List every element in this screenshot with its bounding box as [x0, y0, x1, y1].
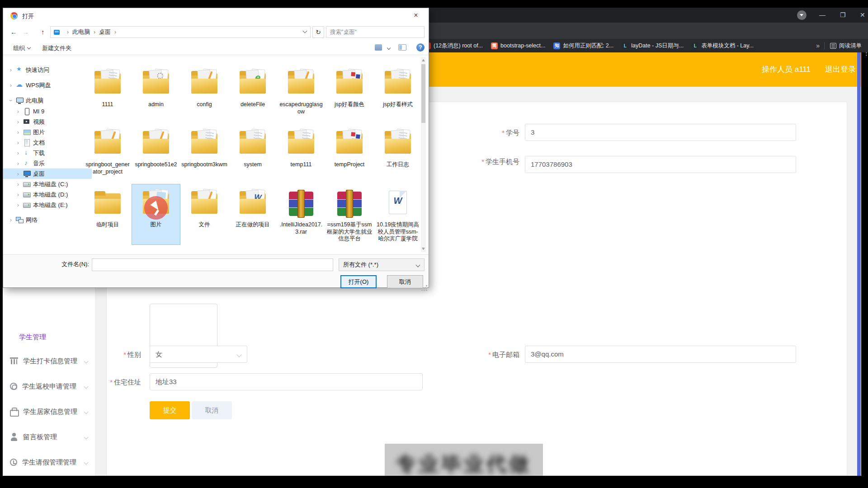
tree-node[interactable]: 视频: [3, 117, 92, 127]
sidebar-item[interactable]: 学生请假管理管理: [10, 455, 89, 470]
filename-input[interactable]: [92, 258, 333, 271]
new-folder-button[interactable]: 新建文件夹: [42, 44, 71, 52]
tree-node[interactable]: 本地磁盘 (C:): [3, 179, 92, 189]
reading-list-icon[interactable]: [830, 43, 836, 49]
refresh-button[interactable]: ↻: [312, 26, 324, 38]
tree-node-icon: [16, 97, 24, 104]
organize-menu[interactable]: 组织: [13, 44, 31, 52]
address-dropdown-icon[interactable]: [303, 29, 307, 33]
file-item[interactable]: admin: [132, 64, 180, 124]
open-button[interactable]: 打开(O): [340, 275, 377, 288]
up-icon[interactable]: ↑: [41, 28, 45, 36]
sidebar-item[interactable]: 学生居家信息管理: [10, 404, 89, 419]
chevron-icon[interactable]: [15, 129, 21, 136]
chevron-icon[interactable]: [15, 202, 21, 208]
chevron-icon[interactable]: [15, 181, 21, 188]
sidebar-item[interactable]: 学生打卡信息管理: [10, 353, 89, 369]
tree-node[interactable]: 文档: [3, 137, 92, 148]
chevron-icon[interactable]: [15, 160, 21, 167]
chevron-icon[interactable]: [15, 150, 21, 156]
file-item[interactable]: 文件: [180, 184, 228, 244]
minimize-button[interactable]: —: [819, 11, 826, 19]
sidebar-item[interactable]: 留言板管理: [10, 429, 89, 445]
chevron-icon[interactable]: [8, 66, 14, 73]
file-item[interactable]: jsp好看颜色: [326, 64, 373, 124]
tree-node[interactable]: 图片: [3, 127, 92, 137]
tree-node[interactable]: 本地磁盘 (D:): [3, 189, 92, 200]
breadcrumb-desktop[interactable]: 桌面: [99, 28, 111, 36]
file-item[interactable]: 1111: [84, 64, 132, 124]
tree-node[interactable]: 音乐: [3, 158, 92, 169]
view-mode-icon[interactable]: [375, 44, 382, 51]
email-input[interactable]: 3@qq.com: [525, 346, 796, 363]
address-input[interactable]: 地址33: [150, 373, 423, 390]
phone-input[interactable]: 17703786903: [525, 156, 796, 173]
page-scrollbar[interactable]: [857, 52, 861, 476]
help-icon[interactable]: ?: [416, 43, 425, 52]
chevron-icon[interactable]: [15, 118, 21, 125]
chevron-icon[interactable]: [8, 216, 14, 223]
back-icon[interactable]: ←: [10, 28, 17, 36]
resize-grip[interactable]: [426, 285, 427, 286]
tree-node[interactable]: WPS网盘: [3, 80, 92, 91]
dialog-close-icon[interactable]: ×: [410, 11, 421, 19]
sidebar-item[interactable]: 学生返校申请管理: [10, 379, 89, 394]
sidebar-item-icon: [10, 357, 18, 365]
file-item[interactable]: 10.19疫情期间高校人员管理ssm-哈尔滨广厦学院: [374, 184, 422, 244]
bookmark-item[interactable]: L layDate - JS日期与...: [622, 42, 684, 50]
file-item[interactable]: deleteFile: [229, 64, 277, 124]
breadcrumb-this-pc[interactable]: 此电脑: [72, 28, 90, 36]
chevron-icon[interactable]: [15, 139, 21, 146]
file-item[interactable]: .IntelliJIdea2017.3.rar: [277, 184, 325, 244]
restore-button[interactable]: ❐: [840, 11, 846, 19]
file-item[interactable]: config: [180, 64, 228, 124]
tree-node[interactable]: MI 9: [3, 106, 92, 117]
file-item[interactable]: temp111: [277, 124, 325, 184]
close-window-button[interactable]: ✕: [860, 11, 865, 19]
student-id-input[interactable]: 3: [525, 124, 796, 141]
file-item[interactable]: jsp好看样式: [374, 64, 422, 124]
sidebar-section-student-mgmt[interactable]: 学生管理: [19, 333, 46, 342]
chevron-icon[interactable]: [15, 170, 21, 177]
bookmark-item[interactable]: 简 bootstrap-select...: [491, 42, 545, 49]
file-item[interactable]: 图片: [132, 184, 180, 244]
file-item[interactable]: springboot_generator_project: [84, 124, 132, 184]
tree-node[interactable]: 桌面: [3, 169, 92, 179]
file-item[interactable]: 工作日志: [374, 124, 422, 184]
file-item[interactable]: =ssm159基于ssm框架的大学生就业信息平台: [326, 184, 373, 244]
gender-select[interactable]: 女: [150, 346, 247, 363]
chevron-icon[interactable]: [15, 108, 21, 115]
chevron-icon[interactable]: [8, 97, 14, 104]
reading-list-label[interactable]: 阅读清单: [839, 42, 862, 50]
tree-node[interactable]: 本地磁盘 (E:): [3, 200, 92, 210]
preview-pane-icon[interactable]: [398, 44, 406, 51]
file-item[interactable]: 正在做的项目: [229, 184, 277, 244]
form-cancel-button[interactable]: 取消: [192, 401, 232, 419]
dialog-cancel-button[interactable]: 取消: [387, 275, 423, 288]
file-item[interactable]: 临时项目: [84, 184, 132, 244]
search-input[interactable]: 搜索"桌面": [326, 26, 425, 38]
filetype-select[interactable]: 所有文件 (*.*): [339, 258, 425, 271]
profile-menu-icon[interactable]: [797, 10, 807, 20]
file-item[interactable]: springboote51e2: [132, 124, 180, 184]
file-item[interactable]: system: [229, 124, 277, 184]
logout-link[interactable]: 退出登录: [825, 64, 856, 75]
tree-node[interactable]: 快速访问: [3, 64, 92, 75]
tree-node[interactable]: 下载: [3, 148, 92, 158]
file-item-label: 文件: [198, 221, 211, 229]
view-mode-dropdown-icon[interactable]: [387, 47, 391, 50]
tree-node[interactable]: 网络: [3, 214, 92, 225]
bookmarks-overflow-icon[interactable]: »: [816, 42, 820, 49]
file-item[interactable]: tempProject: [326, 124, 373, 184]
address-bar[interactable]: › 此电脑 › 桌面 ›: [50, 26, 311, 38]
bookmark-item[interactable]: L 表单模块文档 - Lay...: [692, 42, 754, 50]
chevron-icon[interactable]: [15, 191, 21, 198]
tree-node[interactable]: 此电脑: [3, 95, 92, 106]
submit-button[interactable]: 提交: [150, 401, 190, 419]
bookmark-item[interactable]: C (12条消息) root of...: [424, 42, 483, 50]
chevron-icon[interactable]: [8, 82, 14, 89]
grid-scrollbar[interactable]: [421, 57, 426, 252]
file-item[interactable]: springbootm3kwm: [180, 124, 228, 184]
file-item[interactable]: escapedrugglasgow: [277, 64, 325, 124]
bookmark-item[interactable]: 知 如何用正则匹配: 2...: [553, 42, 613, 50]
